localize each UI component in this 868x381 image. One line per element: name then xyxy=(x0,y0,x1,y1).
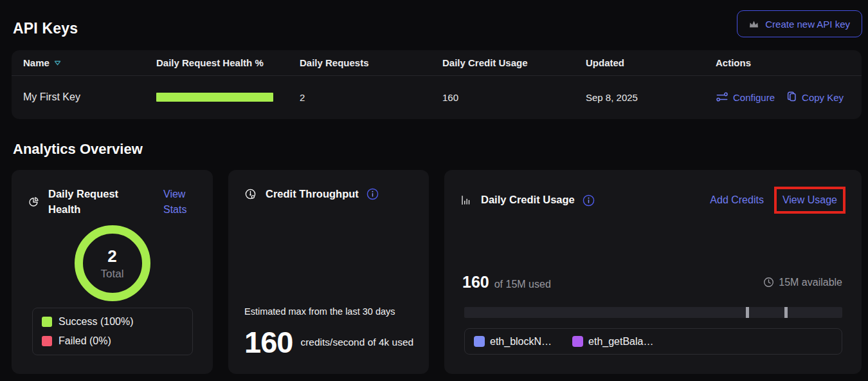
throughput-stats: Estimated max from the last 30 days 160 … xyxy=(244,306,416,357)
legend-item-success: Success (100%) xyxy=(42,316,183,328)
api-dashboard-page: API Keys Create new API key Name Daily R… xyxy=(0,0,868,381)
column-header-updated: Updated xyxy=(574,57,704,68)
add-credits-link[interactable]: Add Credits xyxy=(710,192,764,208)
health-legend: Success (100%) Failed (0%) xyxy=(32,308,193,355)
throughput-unit: credits/second of 4k used xyxy=(300,335,415,349)
donut-total-value: 2 xyxy=(107,246,116,266)
legend-item-failed: Failed (0%) xyxy=(42,335,183,347)
page-title: API Keys xyxy=(13,20,78,37)
info-icon[interactable] xyxy=(583,194,595,207)
column-header-daily-requests: Daily Requests xyxy=(288,57,431,68)
health-donut-wrap: 2 Total xyxy=(12,225,213,301)
column-header-name[interactable]: Name xyxy=(12,57,145,68)
success-swatch xyxy=(42,317,52,327)
clock-icon xyxy=(763,277,774,288)
actions-cell: Configure Copy Key xyxy=(704,91,862,103)
info-icon[interactable] xyxy=(366,188,379,200)
health-donut-chart: 2 Total xyxy=(75,225,150,301)
analytics-overview-title: Analytics Overview xyxy=(13,141,143,158)
view-usage-link[interactable]: View Usage xyxy=(782,194,837,205)
sliders-icon xyxy=(716,91,728,103)
daily-requests-value: 2 xyxy=(288,92,431,103)
credits-used-value: 160 xyxy=(462,273,489,292)
copy-icon xyxy=(786,91,797,103)
configure-label: Configure xyxy=(733,92,775,103)
credit-usage-progress-bar xyxy=(464,307,842,318)
eth-getbalance-label: eth_getBala… xyxy=(588,336,653,348)
table-row: My First Key 2 160 Sep 8, 2025 Configure xyxy=(12,76,862,118)
copy-key-button[interactable]: Copy Key xyxy=(786,91,844,103)
updated-value: Sep 8, 2025 xyxy=(574,92,704,103)
daily-request-health-card: Daily Request Health View Stats 2 Total … xyxy=(12,170,213,374)
table-header-row: Name Daily Request Health % Daily Reques… xyxy=(12,50,862,76)
credits-used-label: of 15M used xyxy=(494,279,551,290)
sort-down-icon[interactable] xyxy=(54,60,61,66)
health-bar-cell xyxy=(145,93,288,102)
success-label: Success (100%) xyxy=(59,316,134,328)
configure-button[interactable]: Configure xyxy=(716,91,775,103)
throughput-subtitle: Estimated max from the last 30 days xyxy=(244,306,416,317)
usage-card-title: Daily Credit Usage xyxy=(481,192,575,208)
bar-chart-icon xyxy=(460,194,472,206)
health-bar-fill xyxy=(156,93,273,102)
throughput-card-header: Credit Throughput xyxy=(244,187,413,202)
api-key-name: My First Key xyxy=(12,91,145,103)
throughput-card-title: Credit Throughput xyxy=(266,187,359,202)
api-keys-table: Name Daily Request Health % Daily Reques… xyxy=(12,50,862,119)
daily-credit-usage-value: 160 xyxy=(431,92,574,103)
legend-item-eth-getbalance: eth_getBala… xyxy=(572,336,653,348)
pie-chart-icon xyxy=(28,196,39,208)
create-api-key-button[interactable]: Create new API key xyxy=(737,10,862,37)
credits-available-group: 15M available xyxy=(763,277,842,288)
credit-throughput-card: Credit Throughput Estimated max from the… xyxy=(228,170,429,374)
column-header-actions: Actions xyxy=(704,57,862,68)
usage-summary-row: 160 of 15M used 15M available xyxy=(462,273,842,292)
gauge-icon xyxy=(244,188,257,200)
usage-legend: eth_blockN… eth_getBala… xyxy=(464,328,842,355)
crown-icon xyxy=(749,20,759,28)
eth-getbalance-swatch xyxy=(572,336,583,347)
analytics-cards: Daily Request Health View Stats 2 Total … xyxy=(12,170,862,374)
failed-label: Failed (0%) xyxy=(59,335,111,347)
column-header-daily-credit-usage: Daily Credit Usage xyxy=(431,57,574,68)
copy-key-label: Copy Key xyxy=(802,92,844,103)
view-stats-link[interactable]: View Stats xyxy=(163,187,197,218)
annotation-highlight-box: View Usage xyxy=(774,187,845,214)
progress-tick xyxy=(746,307,749,318)
health-bar xyxy=(156,93,273,102)
throughput-value: 160 xyxy=(244,327,293,357)
column-header-health: Daily Request Health % xyxy=(145,57,288,68)
eth-blocknumber-swatch xyxy=(474,336,485,347)
legend-item-eth-blocknumber: eth_blockN… xyxy=(474,336,552,348)
health-card-title: Daily Request Health xyxy=(48,187,124,218)
create-api-key-label: Create new API key xyxy=(765,19,850,30)
donut-total-label: Total xyxy=(101,268,124,281)
health-card-header: Daily Request Health View Stats xyxy=(28,187,197,218)
failed-swatch xyxy=(42,336,52,346)
usage-card-links: Add Credits View Usage xyxy=(710,187,845,214)
daily-credit-usage-card: Daily Credit Usage Add Credits View Usag… xyxy=(444,170,862,374)
throughput-row: 160 credits/second of 4k used xyxy=(244,327,416,357)
usage-card-header: Daily Credit Usage Add Credits View Usag… xyxy=(460,187,845,214)
progress-tick xyxy=(784,307,788,318)
credits-available-label: 15M available xyxy=(779,277,842,288)
eth-blocknumber-label: eth_blockN… xyxy=(490,336,552,348)
credits-used-group: 160 of 15M used xyxy=(462,273,551,292)
